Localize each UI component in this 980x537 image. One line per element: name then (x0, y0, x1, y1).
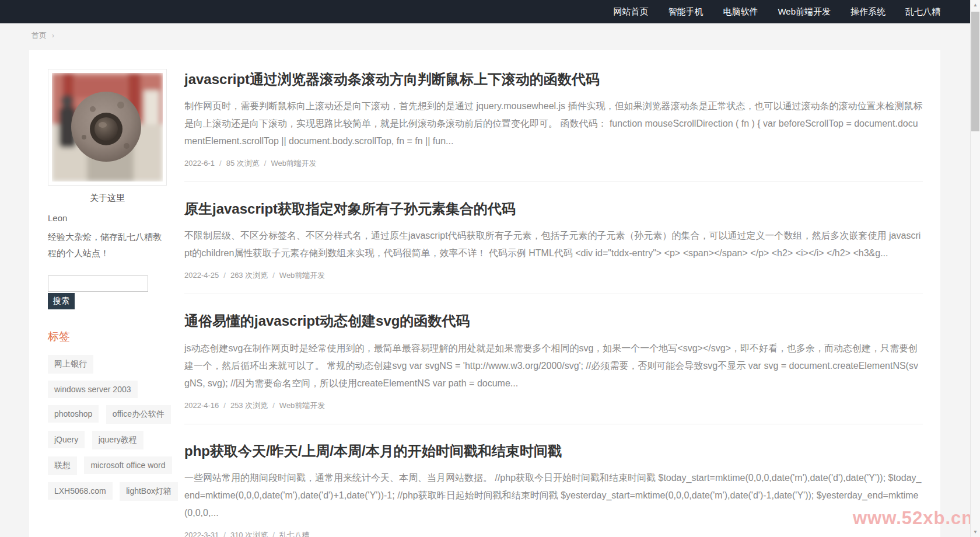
article-meta: 2022-3-31/310 次浏览/乱七八糟 (184, 530, 923, 537)
about-caption: 关于这里 (48, 193, 167, 204)
tag-item[interactable]: LXH5068.com (48, 482, 113, 500)
meta-separator: / (272, 531, 275, 537)
article-views: 85 次浏览 (226, 159, 260, 168)
tag-item[interactable]: jquery教程 (92, 431, 144, 449)
article-date: 2022-4-25 (184, 271, 219, 280)
article-title[interactable]: 原生javascript获取指定对象所有子孙元素集合的代码 (184, 200, 923, 218)
author-bio: 经验大杂烩，储存乱七八糟教程的个人站点！ (48, 229, 167, 261)
article-meta: 2022-6-1/85 次浏览/Web前端开发 (184, 158, 923, 169)
scroll-down-icon[interactable]: ▼ (971, 527, 980, 537)
article-post: 原生javascript获取指定对象所有子孙元素集合的代码 不限制层级、不区分标… (184, 200, 923, 294)
article-list: javascript通过浏览器滚动条滚动方向判断鼠标上下滚动的函数代码 制作网页… (184, 70, 923, 537)
article-meta: 2022-4-25/263 次浏览/Web前端开发 (184, 270, 923, 281)
sidebar: 关于这里 Leon 经验大杂烩，储存乱七八糟教程的个人站点！ 搜索 标签 网上银… (48, 69, 183, 508)
avatar (48, 69, 167, 186)
article-post: javascript通过浏览器滚动条滚动方向判断鼠标上下滚动的函数代码 制作网页… (184, 70, 923, 182)
meta-separator: / (223, 271, 226, 280)
top-navbar: 网站首页 智能手机 电脑软件 Web前端开发 操作系统 乱七八糟 (0, 0, 980, 23)
meta-separator: / (264, 159, 267, 168)
article-title[interactable]: php获取今天/昨天/上周/本周/本月的开始时间戳和结束时间戳 (184, 442, 923, 460)
tag-item[interactable]: windows server 2003 (48, 381, 138, 398)
tag-item[interactable]: 联想 (48, 456, 77, 475)
article-date: 2022-3-31 (184, 531, 219, 537)
tag-item[interactable]: photoshop (48, 405, 99, 423)
avatar-image (52, 73, 163, 182)
article-views: 253 次浏览 (230, 401, 268, 410)
search-button[interactable]: 搜索 (48, 293, 75, 309)
article-views: 310 次浏览 (230, 531, 268, 537)
breadcrumb-home-link[interactable]: 首页 (32, 31, 47, 40)
article-title[interactable]: 通俗易懂的javascript动态创建svg的函数代码 (184, 312, 923, 330)
tag-item[interactable]: 网上银行 (48, 355, 93, 374)
search-input[interactable] (48, 276, 148, 292)
article-excerpt: js动态创建svg在制作网页时是经常使用到的，最简单最容易理解的用处就是如果需要… (184, 340, 923, 392)
tag-cloud: 网上银行 windows server 2003 photoshop offic… (48, 355, 183, 508)
vertical-scrollbar[interactable]: ▲ ▼ (970, 0, 980, 537)
tags-heading: 标签 (48, 329, 183, 344)
nav-item-smartphone[interactable]: 智能手机 (668, 6, 703, 18)
article-excerpt: 一些网站常用的期间段时间戳，通常用来统计今天、本周、当月网站数据。 //php获… (184, 469, 923, 522)
author-name: Leon (48, 213, 183, 223)
nav-item-misc[interactable]: 乱七八糟 (905, 6, 940, 18)
meta-separator: / (272, 401, 275, 410)
article-category[interactable]: 乱七八糟 (279, 531, 310, 537)
breadcrumb-chevron-icon: › (52, 31, 54, 40)
scrollbar-thumb[interactable] (971, 12, 979, 131)
nav-item-home[interactable]: 网站首页 (613, 6, 648, 18)
article-title[interactable]: javascript通过浏览器滚动条滚动方向判断鼠标上下滚动的函数代码 (184, 70, 923, 88)
nav-item-software[interactable]: 电脑软件 (723, 6, 758, 18)
tag-item[interactable]: jQuery (48, 431, 85, 448)
article-date: 2022-4-16 (184, 401, 219, 410)
article-excerpt: 不限制层级、不区分标签名、不区分样式名，通过原生javascript代码获取所有… (184, 227, 923, 262)
nav-item-os[interactable]: 操作系统 (850, 6, 886, 18)
meta-separator: / (223, 401, 226, 410)
article-meta: 2022-4-16/253 次浏览/Web前端开发 (184, 400, 923, 411)
article-post: 通俗易懂的javascript动态创建svg的函数代码 js动态创建svg在制作… (184, 312, 923, 424)
content-card: 关于这里 Leon 经验大杂烩，储存乱七八糟教程的个人站点！ 搜索 标签 网上银… (29, 50, 940, 537)
article-date: 2022-6-1 (184, 159, 215, 168)
breadcrumb: 首页 › (32, 30, 54, 41)
tag-item[interactable]: microsoft office word (84, 456, 172, 474)
meta-separator: / (272, 271, 275, 280)
article-post: php获取今天/昨天/上周/本周/本月的开始时间戳和结束时间戳 一些网站常用的期… (184, 442, 923, 537)
article-category[interactable]: Web前端开发 (279, 401, 326, 410)
tag-item[interactable]: lightBox灯箱 (120, 482, 178, 501)
search-box: 搜索 (48, 276, 183, 309)
article-excerpt: 制作网页时，需要判断鼠标向上滚动还是向下滚动，首先想到的是通过 jquery.m… (184, 97, 923, 150)
article-category[interactable]: Web前端开发 (279, 271, 326, 280)
article-category[interactable]: Web前端开发 (271, 159, 317, 168)
tag-item[interactable]: office办公软件 (106, 405, 171, 424)
article-views: 263 次浏览 (230, 271, 268, 280)
nav-item-webfrontend[interactable]: Web前端开发 (778, 6, 831, 18)
nav-menu: 网站首页 智能手机 电脑软件 Web前端开发 操作系统 乱七八糟 (613, 0, 940, 23)
scroll-up-icon[interactable]: ▲ (971, 0, 980, 10)
meta-separator: / (219, 159, 222, 168)
meta-separator: / (223, 531, 226, 537)
